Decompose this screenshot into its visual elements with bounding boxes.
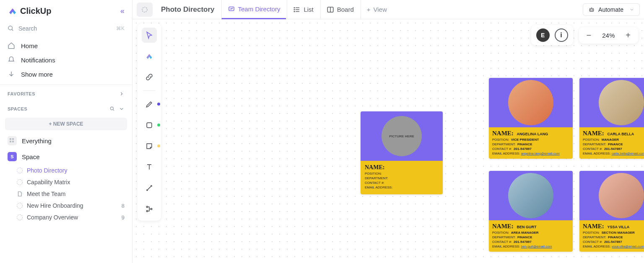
person-contact: CONTACT #: 201-547897 [583, 240, 644, 244]
connector-icon [145, 184, 153, 192]
list-icon-button[interactable] [137, 3, 153, 17]
search-small-icon[interactable] [109, 106, 115, 112]
text-icon [145, 163, 153, 171]
info-button[interactable]: i [555, 28, 568, 42]
person-contact: CONTACT #: 201-547897 [492, 147, 569, 151]
status-dot-icon [17, 214, 23, 220]
tool-connector[interactable] [142, 180, 157, 196]
tool-more[interactable] [142, 201, 157, 217]
automate-label: Automate [598, 6, 623, 13]
svg-point-8 [142, 7, 147, 12]
status-dot-icon [17, 203, 23, 209]
square-icon [145, 121, 153, 129]
chevron-down-icon[interactable] [119, 106, 125, 112]
person-position: POSITION: SECTION MANAGER [583, 231, 644, 235]
color-indicator [157, 144, 160, 147]
tool-select[interactable] [142, 28, 157, 43]
person-email: EMAIL ADDRESS: angelina.lang@email.com [492, 152, 569, 155]
whiteboard-canvas[interactable]: E i − 24% + PICTURE HERE NAME: [132, 19, 644, 263]
tool-shape[interactable] [142, 118, 157, 133]
search-placeholder: Search [18, 25, 116, 32]
brand-name: ClickUp [20, 6, 51, 16]
tool-clickup[interactable] [142, 49, 157, 64]
svg-point-23 [146, 206, 148, 207]
plus-icon: + [367, 6, 371, 13]
everything-icon [8, 136, 17, 145]
search-input[interactable]: Search ⌘K [0, 22, 132, 35]
svg-rect-5 [12, 138, 14, 140]
zoom-in-button[interactable]: + [623, 31, 633, 40]
color-indicator [157, 124, 160, 126]
space-label: Space [22, 153, 40, 160]
collapse-sidebar-icon[interactable]: « [120, 7, 125, 15]
template-name-label: NAME: [365, 164, 439, 171]
sidebar-child-item[interactable]: Capability Matrix [0, 176, 132, 188]
child-count: 9 [122, 214, 125, 221]
person-contact: CONTACT #: 201-547897 [583, 147, 644, 151]
home-icon [8, 42, 15, 49]
person-card[interactable]: NAME: CARLA BELLAPOSITION: MANAGERDEPART… [579, 78, 644, 159]
pen-icon [145, 100, 153, 108]
user-avatar[interactable]: E [536, 28, 550, 42]
nav-label: Home [21, 42, 38, 49]
nav-home[interactable]: Home [0, 39, 132, 53]
title-text: Photo Directory [161, 5, 215, 14]
child-label: Company Overview [27, 214, 78, 221]
cursor-icon [145, 31, 153, 39]
search-icon [8, 25, 14, 32]
nav-show-more[interactable]: Show more [0, 67, 132, 81]
topbar: Photo Directory Team Directory List Boar… [132, 0, 644, 19]
template-field: DEPARTMENT: [365, 176, 439, 180]
template-field: EMAIL ADDRESS: [365, 186, 439, 189]
space-everything[interactable]: Everything [0, 133, 132, 149]
person-card[interactable]: NAME: BEN GURTPOSITION: AREA MANAGERDEPA… [489, 171, 573, 252]
child-label: Photo Directory [27, 167, 67, 174]
favorites-header[interactable]: FAVORITES [0, 85, 132, 100]
sidebar-child-item[interactable]: Photo Directory [0, 165, 132, 176]
nav-notifications[interactable]: Notifications [0, 53, 132, 67]
tab-list[interactable]: List [287, 0, 319, 19]
tab-board[interactable]: Board [320, 0, 360, 19]
link-icon [145, 73, 153, 81]
chevron-right-icon [119, 91, 125, 97]
tool-sticky[interactable] [142, 139, 157, 154]
new-space-button[interactable]: + NEW SPACE [5, 118, 127, 130]
robot-icon [588, 6, 595, 13]
zoom-value: 24% [599, 32, 618, 39]
person-card[interactable]: NAME: ANGELINA LANGPOSITION: VICE PRESID… [489, 78, 573, 159]
tool-text[interactable] [142, 160, 157, 175]
automate-button[interactable]: Automate [583, 3, 640, 16]
tab-team-directory[interactable]: Team Directory [221, 0, 286, 19]
tab-label: Board [337, 6, 354, 13]
person-email: EMAIL ADDRESS: carla.bella@email.com [583, 152, 644, 155]
page-title: Photo Directory [155, 0, 221, 19]
person-name: NAME: ANGELINA LANG [492, 130, 569, 137]
spaces-header[interactable]: SPACES [0, 100, 132, 115]
sidebar-child-item[interactable]: Company Overview9 [0, 211, 132, 223]
person-position: POSITION: AREA MANAGER [492, 231, 569, 235]
search-shortcut: ⌘K [116, 26, 125, 31]
person-card[interactable]: NAME: YSSA VILLAPOSITION: SECTION MANAGE… [579, 171, 644, 252]
whiteboard-icon [228, 5, 235, 13]
zoom-pill: − 24% + [579, 27, 638, 44]
toolbox [138, 23, 161, 221]
tool-pen[interactable] [142, 97, 157, 112]
favorites-label: FAVORITES [8, 91, 35, 96]
person-department: DEPARTMENT: FINANCE [492, 142, 569, 146]
add-view-button[interactable]: + View [361, 0, 393, 19]
sidebar-child-item[interactable]: New Hire Onboarding8 [0, 200, 132, 211]
svg-rect-22 [147, 123, 152, 128]
template-field: CONTACT #: [365, 181, 439, 185]
template-card[interactable]: PICTURE HERE NAME: POSITION: DEPARTMENT:… [361, 111, 443, 194]
child-count: 8 [122, 203, 125, 209]
space-space[interactable]: S Space [0, 149, 132, 165]
svg-point-15 [294, 11, 295, 12]
zoom-out-button[interactable]: − [584, 31, 594, 40]
list-icon [293, 6, 301, 13]
logo[interactable]: ClickUp [8, 6, 51, 16]
sidebar-child-item[interactable]: Meet the Team [0, 188, 132, 200]
dashed-circle-icon [141, 6, 148, 13]
tool-link[interactable] [142, 70, 157, 85]
person-name: NAME: BEN GURT [492, 223, 569, 230]
svg-point-0 [8, 26, 12, 30]
